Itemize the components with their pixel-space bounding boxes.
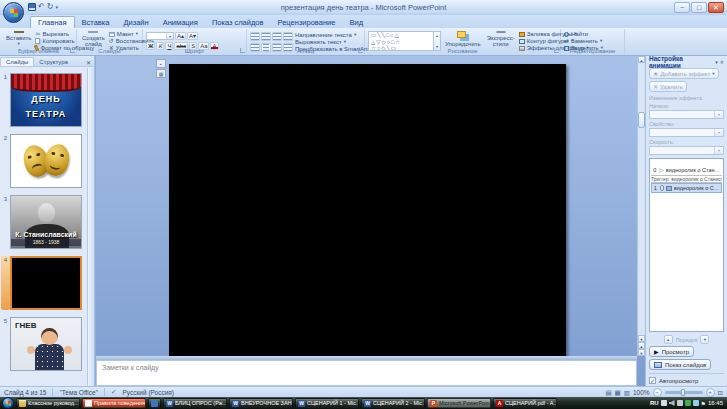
- animation-indicator-icon[interactable]: ▪: [156, 59, 166, 68]
- new-slide-button[interactable]: Создать слайд: [80, 30, 107, 47]
- slide-3-preview[interactable]: К. Станиславский 1863 - 1938: [10, 195, 82, 249]
- slideshow-view-button[interactable]: ▥: [624, 388, 630, 397]
- quick-styles-button[interactable]: Экспресс-стили: [485, 30, 517, 47]
- slide-thumbnail-1[interactable]: 1 ДЕНЬ ТЕАТРА: [1, 73, 87, 127]
- scrollbar-thumb[interactable]: [638, 112, 645, 128]
- antivirus-icon[interactable]: [685, 400, 691, 406]
- qat-customize-icon[interactable]: ▾: [55, 4, 58, 10]
- autopreview-checkbox[interactable]: ✓: [649, 377, 656, 384]
- taskbar-item-alert[interactable]: Правила поведения...: [82, 398, 146, 408]
- speed-select[interactable]: ▾: [649, 146, 724, 155]
- tab-insert[interactable]: Вставка: [75, 17, 117, 28]
- zoom-slider[interactable]: [665, 391, 703, 394]
- grow-font-button[interactable]: А▴: [175, 32, 186, 40]
- taskbar-item-word-1[interactable]: W БЛИЦ ОПРОС (Рж...: [163, 398, 227, 408]
- replace-button[interactable]: ⇄ Заменить ▾: [564, 38, 603, 44]
- decrease-indent-button[interactable]: [272, 32, 282, 41]
- taskbar-item-word-2[interactable]: W ВНЕУРОЧНОЕ ЗАНЯ...: [229, 398, 293, 408]
- paragraph-dialog-launcher[interactable]: [358, 48, 363, 53]
- maximize-button[interactable]: □: [691, 2, 707, 13]
- media-indicator-icon[interactable]: ▦: [156, 69, 166, 78]
- zoom-in-button[interactable]: +: [706, 388, 715, 397]
- bullets-button[interactable]: [250, 32, 260, 41]
- text-direction-button[interactable]: Направление текста ▾: [295, 32, 372, 38]
- tab-outline[interactable]: Структура: [34, 58, 72, 66]
- minimize-button[interactable]: −: [674, 2, 690, 13]
- taskbar-item-pdf[interactable]: A СЦЕНАРИЙ.pdf - A...: [493, 398, 557, 408]
- start-button[interactable]: [2, 397, 14, 409]
- normal-view-button[interactable]: ▤: [605, 388, 611, 397]
- increase-indent-button[interactable]: [283, 32, 293, 41]
- slide-1-preview[interactable]: ДЕНЬ ТЕАТРА: [10, 73, 82, 127]
- tab-view[interactable]: Вид: [342, 17, 370, 28]
- undo-icon[interactable]: ↶: [38, 2, 45, 11]
- slides-panel-scrollbar[interactable]: [87, 68, 94, 386]
- slide-thumbnail-5[interactable]: 5 ГНЕВ: [1, 317, 87, 371]
- move-down-icon[interactable]: ▾: [700, 335, 709, 344]
- save-icon[interactable]: [28, 3, 36, 11]
- paste-button[interactable]: Вставить ▾: [4, 30, 33, 47]
- tray-updates-icon[interactable]: [661, 400, 667, 406]
- language-indicator[interactable]: Русский (Россия): [122, 389, 174, 396]
- slide-5-preview[interactable]: ГНЕВ: [10, 317, 82, 371]
- tab-slides-thumbnails[interactable]: Слайды: [0, 57, 34, 66]
- tab-design[interactable]: Дизайн: [116, 17, 155, 28]
- zoom-out-button[interactable]: −: [653, 388, 662, 397]
- arrange-button[interactable]: Упорядочить: [443, 30, 483, 47]
- property-select[interactable]: ▾: [649, 128, 724, 137]
- add-effect-button[interactable]: ★ Добавить эффект ▾: [649, 68, 719, 79]
- fit-to-window-button[interactable]: ⊡: [718, 388, 723, 397]
- shrink-font-button[interactable]: А▾: [187, 32, 198, 40]
- tab-home[interactable]: Главная: [30, 16, 75, 28]
- taskbar-item-media[interactable]: [148, 398, 161, 408]
- font-size-combo[interactable]: ▾: [146, 32, 174, 40]
- animation-item-1[interactable]: 0 ▷ видеоролик о Станис...: [651, 165, 722, 175]
- tab-review[interactable]: Рецензирование: [271, 17, 343, 28]
- drawing-dialog-launcher[interactable]: [554, 48, 559, 53]
- notes-pane[interactable]: Заметки к слайду: [96, 360, 637, 386]
- clock[interactable]: 16:45: [708, 400, 723, 406]
- close-button[interactable]: ✕: [708, 2, 724, 13]
- find-button[interactable]: Найти: [564, 31, 603, 37]
- slide-2-preview[interactable]: [10, 134, 82, 188]
- volume-icon[interactable]: [669, 400, 675, 406]
- display-icon[interactable]: [693, 400, 699, 406]
- scroll-up-icon[interactable]: ▴: [638, 56, 645, 63]
- taskbar-item-word-3[interactable]: W СЦЕНАРИЙ 1 - Mic...: [295, 398, 359, 408]
- action-center-flag-icon[interactable]: ⚑: [701, 400, 706, 407]
- tab-animation[interactable]: Анимация: [156, 17, 205, 28]
- move-up-icon[interactable]: ▴: [664, 335, 673, 344]
- close-panel-icon[interactable]: ✕: [83, 59, 94, 66]
- slide-thumbnail-2[interactable]: 2: [1, 134, 87, 188]
- taskbar-item-word-4[interactable]: W СЦЕНАРИЙ 2 - Mic...: [361, 398, 425, 408]
- clipboard-dialog-launcher[interactable]: [70, 48, 75, 53]
- tab-slideshow[interactable]: Показ слайдов: [205, 17, 271, 28]
- taskbar-item-powerpoint-active[interactable]: P Microsoft PowerPoin...: [427, 398, 491, 408]
- slide-show-button[interactable]: Показ слайдов: [649, 359, 711, 370]
- zoom-level[interactable]: 100%: [633, 389, 650, 396]
- redo-icon[interactable]: ↻: [47, 2, 54, 11]
- pane-close-icon[interactable]: ✕: [720, 59, 724, 65]
- taskbar-item-folder[interactable]: Классное руковод...: [16, 398, 80, 408]
- scroll-down-icon[interactable]: ▾: [638, 335, 645, 342]
- animation-item-2[interactable]: 1 видеоролик о Станис...: [651, 183, 722, 193]
- pane-menu-icon[interactable]: ▾: [715, 59, 718, 65]
- safely-remove-icon[interactable]: [677, 400, 683, 406]
- office-button[interactable]: [3, 2, 24, 23]
- autopreview-option[interactable]: ✓ Автопросмотр: [649, 377, 724, 384]
- slide-4-preview[interactable]: [10, 256, 82, 310]
- spellcheck-icon[interactable]: ✓: [111, 388, 116, 396]
- next-slide-icon[interactable]: ▾: [638, 349, 645, 356]
- language-bar[interactable]: RU: [650, 400, 659, 406]
- play-preview-button[interactable]: ▶ Просмотр: [649, 346, 694, 357]
- slide-sorter-view-button[interactable]: ▦: [615, 388, 621, 397]
- start-select[interactable]: ▾: [649, 110, 724, 119]
- font-dialog-launcher[interactable]: [240, 48, 245, 53]
- vertical-scrollbar[interactable]: ▴ ▾ ▴ ▾: [637, 56, 645, 356]
- slide-canvas[interactable]: [169, 64, 566, 356]
- slide-thumbnail-4-selected[interactable]: 4: [1, 256, 87, 310]
- numbering-button[interactable]: [261, 32, 271, 41]
- zoom-slider-thumb[interactable]: [681, 389, 685, 396]
- align-text-button[interactable]: Выровнять текст ▾: [295, 39, 372, 45]
- previous-slide-icon[interactable]: ▴: [638, 342, 645, 349]
